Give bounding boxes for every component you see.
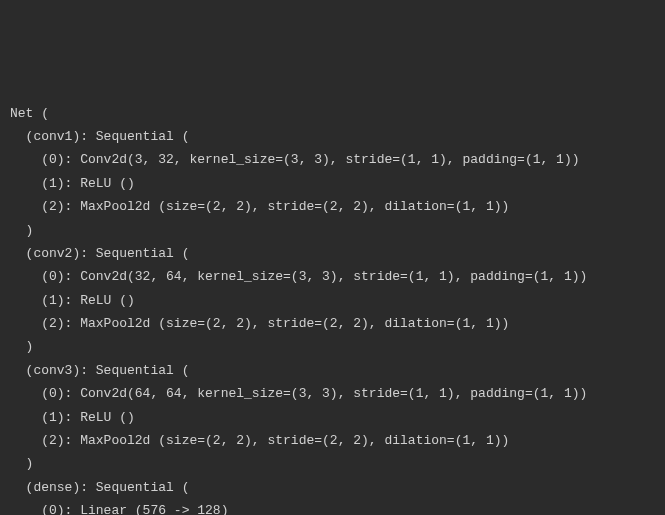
code-line: ) [10, 219, 655, 242]
code-line: (conv3): Sequential ( [10, 359, 655, 382]
code-line: (0): Conv2d(64, 64, kernel_size=(3, 3), … [10, 382, 655, 405]
code-line: (dense): Sequential ( [10, 476, 655, 499]
code-line: (0): Conv2d(3, 32, kernel_size=(3, 3), s… [10, 148, 655, 171]
code-line: (conv2): Sequential ( [10, 242, 655, 265]
code-line: (2): MaxPool2d (size=(2, 2), stride=(2, … [10, 312, 655, 335]
code-line: ) [10, 335, 655, 358]
code-line: ) [10, 452, 655, 475]
code-line: (1): ReLU () [10, 406, 655, 429]
code-line: (conv1): Sequential ( [10, 125, 655, 148]
code-line: Net ( [10, 102, 655, 125]
code-line: (0): Linear (576 -> 128) [10, 499, 655, 515]
code-line: (1): ReLU () [10, 289, 655, 312]
code-line: (0): Conv2d(32, 64, kernel_size=(3, 3), … [10, 265, 655, 288]
code-line: (2): MaxPool2d (size=(2, 2), stride=(2, … [10, 429, 655, 452]
code-line: (2): MaxPool2d (size=(2, 2), stride=(2, … [10, 195, 655, 218]
code-line: (1): ReLU () [10, 172, 655, 195]
